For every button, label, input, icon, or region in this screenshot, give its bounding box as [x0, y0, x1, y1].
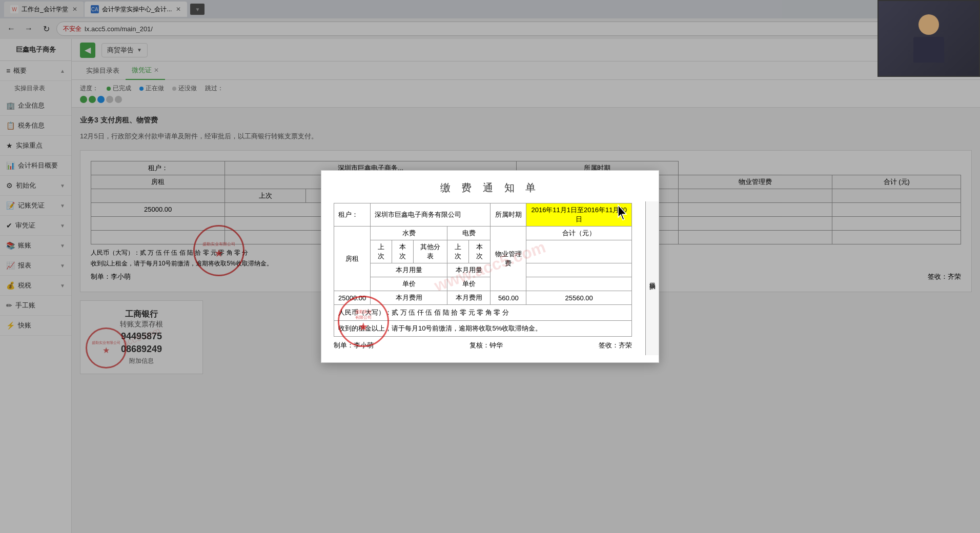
video-panel — [877, 0, 980, 77]
modal-total-value-empty — [526, 277, 632, 291]
modal-sub-total — [526, 240, 632, 263]
modal-col-water: 水费 — [371, 227, 447, 240]
modal-dialog: www.acc5.com 缴 费 通 知 单 租户： 深圳市巨鑫电子商务有限公司… — [321, 170, 659, 363]
modal-tenant-name: 深圳市巨鑫电子商务有限公司 — [371, 203, 491, 227]
modal-property-value: 560.00 — [491, 291, 526, 305]
video-body — [913, 37, 944, 63]
video-content — [879, 1, 979, 76]
modal-monthly-usage: 本月用量 — [371, 263, 447, 277]
modal-signer: 签收：齐荣 — [599, 341, 632, 350]
modal-monthly-fee: 本月费用 — [371, 291, 447, 305]
modal-sub-w3: 其他分表 — [414, 240, 447, 263]
modal-title: 缴 费 通 知 单 — [334, 181, 646, 195]
modal-total-amount: 25560.00 — [526, 291, 632, 305]
modal-col-property: 物业管理费 — [491, 227, 526, 291]
video-head — [918, 14, 939, 35]
modal-sub-w2: 本次 — [392, 240, 414, 263]
modal-unit-price-elec: 单价 — [447, 277, 491, 291]
modal-col-total: 合计（元） — [526, 227, 632, 240]
modal-monthly-usage-elec: 本月用量 — [447, 263, 491, 277]
modal-reviewer: 复核：钟华 — [469, 341, 503, 350]
modal-sub-w1: 上次 — [371, 240, 392, 263]
modal-sub-e2: 本次 — [469, 240, 491, 263]
modal-overlay[interactable]: www.acc5.com 缴 费 通 知 单 租户： 深圳市巨鑫电子商务有限公司… — [0, 0, 980, 533]
modal-stamp-name: 盛勤实业有限公司 — [355, 309, 372, 320]
modal-stamp-star: ★ — [358, 320, 369, 334]
video-person — [913, 14, 944, 63]
modal-table: 租户： 深圳市巨鑫电子商务有限公司 所属时期 2016年11月1日至2016年1… — [334, 203, 632, 305]
modal-period-value: 2016年11月1日至2016年11月30日 — [526, 203, 632, 227]
modal-signers-row: 制单：李小萌 复核：钟华 签收：齐荣 — [334, 341, 632, 350]
modal-period-label: 所属时期 — [491, 203, 526, 227]
modal-unit-price: 单价 — [371, 277, 447, 291]
modal-col-elec: 电费 — [447, 227, 491, 240]
modal-second-copy: 第二联租户 — [645, 201, 659, 355]
modal-sub-e1: 上次 — [447, 240, 469, 263]
modal-col-rent: 房租 — [334, 227, 371, 291]
modal-data-total-placeholder — [526, 263, 632, 277]
modal-stamp: 盛勤实业有限公司 ★ — [338, 296, 389, 347]
modal-monthly-fee-elec: 本月费用 — [447, 291, 491, 305]
modal-tenant-label: 租户： — [334, 203, 371, 227]
